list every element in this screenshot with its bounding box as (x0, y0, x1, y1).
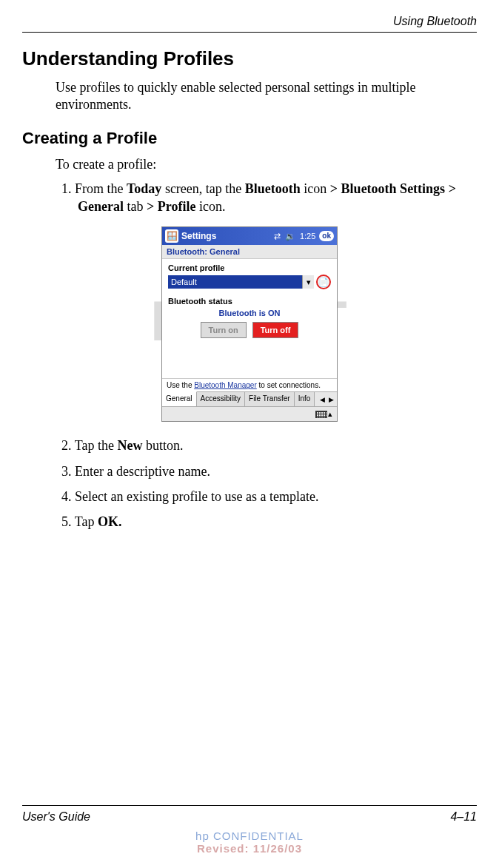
step-5: 5. Tap OK. (78, 513, 477, 531)
ui-ref: Bluetooth (245, 181, 301, 196)
step-text: Tap the (75, 438, 118, 453)
tab-accessibility[interactable]: Accessibility (197, 392, 245, 406)
step-number: 3. (61, 464, 72, 479)
separator: > (449, 181, 456, 196)
step-text: tab (124, 199, 147, 214)
ui-ref: OK. (98, 514, 122, 529)
turn-on-button: Turn on (201, 322, 247, 338)
footer-rule (22, 805, 477, 806)
tab-info[interactable]: Info (295, 392, 315, 406)
step-text: button. (142, 438, 183, 453)
intro-paragraph: Use profiles to quickly enable selected … (56, 79, 477, 114)
tab-file-transfer[interactable]: File Transfer (245, 392, 295, 406)
step-number: 5. (61, 514, 72, 529)
step-number: 1. (61, 181, 72, 196)
step-number: 2. (61, 438, 72, 453)
page-number: 4–11 (450, 810, 477, 824)
ok-button[interactable]: ok (319, 231, 334, 241)
separator: > (147, 199, 154, 214)
arrow-right-icon[interactable]: ▶ (327, 396, 335, 403)
step-text: From the (75, 181, 127, 196)
revision-date: Revised: 11/26/03 (0, 842, 499, 855)
tab-scroll-arrows[interactable]: ◀ ▶ (317, 392, 337, 406)
bluetooth-manager-link[interactable]: Bluetooth Manager (194, 381, 257, 389)
status-label: Bluetooth status (168, 297, 331, 306)
tab-bar: General Accessibility File Transfer Info… (162, 391, 337, 406)
step-text: Tap (75, 514, 98, 529)
section-heading: Understanding Profiles (22, 47, 477, 70)
title-bar: 🪟 Settings ⇄ 🔉 1:25 ok (162, 227, 337, 245)
chevron-up-icon: ▴ (328, 409, 332, 419)
step-text: icon (301, 181, 330, 196)
turn-off-button[interactable]: Turn off (252, 322, 299, 338)
ui-ref: New (117, 438, 142, 453)
connectivity-icon[interactable]: ⇄ (274, 232, 281, 241)
confidential-label: hp CONFIDENTIAL (0, 830, 499, 842)
arrow-left-icon[interactable]: ◀ (318, 396, 326, 403)
footer-left: User's Guide (22, 810, 90, 824)
profile-label: Current profile (168, 263, 331, 272)
step-2: 2. Tap the New button. (78, 437, 477, 454)
embedded-screenshot: 🪟 Settings ⇄ 🔉 1:25 ok Bluetooth: Genera… (22, 226, 477, 422)
running-header: Using Bluetooth (0, 0, 499, 32)
sip-bar: ▴ (162, 406, 337, 421)
page-footer: User's Guide 4–11 (22, 805, 477, 824)
profile-icon-button[interactable]: 📄 (316, 275, 331, 289)
device-screen: 🪟 Settings ⇄ 🔉 1:25 ok Bluetooth: Genera… (161, 226, 338, 422)
step-text: Select an existing profile to use as a t… (75, 489, 318, 504)
confidential-block: hp CONFIDENTIAL Revised: 11/26/03 (0, 830, 499, 855)
step-text: icon. (195, 199, 225, 214)
subsection-heading: Creating a Profile (22, 129, 477, 148)
step-4: 4. Select an existing profile to use as … (78, 488, 477, 505)
ui-ref: Profile (154, 199, 195, 214)
lead-paragraph: To create a profile: (56, 157, 477, 172)
status-value: Bluetooth is ON (168, 309, 331, 317)
chevron-down-icon[interactable]: ▾ (302, 275, 314, 289)
hint-text: Use the Bluetooth Manager to set connect… (162, 378, 337, 391)
ui-ref: General (78, 199, 124, 214)
ui-ref: Bluetooth Settings (338, 181, 449, 196)
separator: > (330, 181, 338, 196)
step-1: 1. From the Today screen, tap the Blueto… (78, 180, 477, 216)
step-number: 4. (61, 489, 72, 504)
step-3: 3. Enter a descriptive name. (78, 462, 477, 480)
hint-post: to set connections. (257, 381, 321, 389)
keyboard-icon[interactable]: ▴ (315, 409, 332, 419)
clock: 1:25 (300, 232, 315, 240)
window-title: Settings (181, 231, 216, 241)
start-icon[interactable]: 🪟 (165, 229, 178, 243)
tab-general[interactable]: General (162, 391, 197, 406)
step-text: Enter a descriptive name. (75, 464, 210, 479)
profile-selected-value: Default (171, 277, 197, 286)
step-text: screen, tap the (161, 181, 244, 196)
ui-ref: Today (127, 181, 161, 196)
volume-icon[interactable]: 🔉 (285, 232, 295, 241)
page-subtitle: Bluetooth: General (162, 245, 337, 259)
page-content: Understanding Profiles Use profiles to q… (0, 33, 499, 531)
device-body: Current profile Default ▾ 📄 Bluetooth st… (162, 259, 337, 378)
hint-pre: Use the (167, 381, 194, 389)
profile-dropdown[interactable]: Default ▾ (168, 275, 314, 289)
